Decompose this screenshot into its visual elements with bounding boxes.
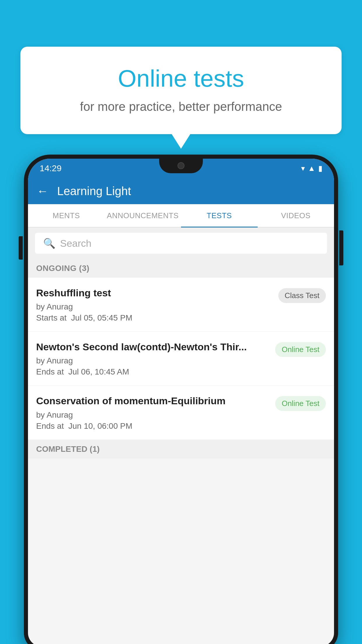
search-placeholder-text: Search [60, 238, 92, 249]
speech-bubble-subtitle: for more practice, better performance [44, 100, 318, 114]
phone-screen: 14:29 ▾ ▲ ▮ ← Learning Light MENTS [28, 159, 334, 644]
status-icons: ▾ ▲ ▮ [301, 164, 322, 173]
test-time-3: Ends at Jun 10, 06:00 PM [36, 421, 269, 431]
completed-title: COMPLETED (1) [36, 444, 100, 454]
battery-icon: ▮ [318, 164, 322, 173]
back-button[interactable]: ← [37, 185, 48, 198]
test-name-3: Conservation of momentum-Equilibrium [36, 394, 269, 407]
search-input[interactable]: 🔍 Search [35, 233, 327, 254]
speech-bubble: Online tests for more practice, better p… [20, 47, 342, 134]
search-container: 🔍 Search [28, 228, 334, 259]
speech-bubble-container: Online tests for more practice, better p… [20, 47, 342, 134]
signal-icon: ▲ [308, 164, 315, 173]
ongoing-title: ONGOING (3) [36, 264, 89, 273]
tab-announcements[interactable]: ANNOUNCEMENTS [105, 204, 181, 227]
test-info-2: Newton's Second law(contd)-Newton's Thir… [36, 340, 269, 377]
test-author-3: by Anurag [36, 410, 269, 420]
test-name-1: Reshuffling test [36, 286, 273, 299]
tab-videos[interactable]: VIDEOS [258, 204, 334, 227]
test-item-1[interactable]: Reshuffling test by Anurag Starts at Jul… [28, 278, 334, 332]
test-info-1: Reshuffling test by Anurag Starts at Jul… [36, 286, 273, 323]
test-item-2[interactable]: Newton's Second law(contd)-Newton's Thir… [28, 332, 334, 386]
phone-container: 14:29 ▾ ▲ ▮ ← Learning Light MENTS [24, 155, 338, 644]
test-author-1: by Anurag [36, 302, 273, 312]
test-author-2: by Anurag [36, 356, 269, 365]
search-icon: 🔍 [43, 237, 55, 249]
test-badge-1: Class Test [278, 288, 326, 303]
notch-camera [178, 162, 184, 169]
status-time: 14:29 [40, 163, 61, 173]
test-badge-2: Online Test [275, 342, 326, 357]
phone-frame: 14:29 ▾ ▲ ▮ ← Learning Light MENTS [24, 155, 338, 644]
test-time-2: Ends at Jul 06, 10:45 AM [36, 367, 269, 377]
tab-ments[interactable]: MENTS [28, 204, 105, 227]
completed-section-header: COMPLETED (1) [28, 440, 334, 459]
test-item-3[interactable]: Conservation of momentum-Equilibrium by … [28, 386, 334, 440]
notch [159, 159, 203, 173]
tab-tests[interactable]: TESTS [181, 204, 258, 227]
app-header: ← Learning Light [28, 178, 334, 204]
tab-bar: MENTS ANNOUNCEMENTS TESTS VIDEOS [28, 204, 334, 228]
test-name-2: Newton's Second law(contd)-Newton's Thir… [36, 340, 269, 353]
status-bar: 14:29 ▾ ▲ ▮ [28, 159, 334, 178]
ongoing-section-header: ONGOING (3) [28, 259, 334, 278]
wifi-icon: ▾ [301, 164, 305, 173]
test-info-3: Conservation of momentum-Equilibrium by … [36, 394, 269, 430]
test-badge-3: Online Test [275, 396, 326, 411]
speech-bubble-title: Online tests [44, 64, 318, 93]
app-title: Learning Light [57, 185, 131, 198]
test-time-1: Starts at Jul 05, 05:45 PM [36, 313, 273, 323]
test-list: Reshuffling test by Anurag Starts at Jul… [28, 278, 334, 440]
